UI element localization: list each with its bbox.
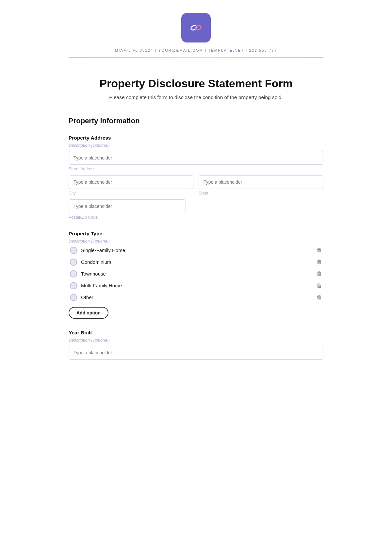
radio-option-single-family: Single-Family Home 🗑 xyxy=(69,247,323,254)
radio-option-other: Other: 🗑 xyxy=(69,294,323,301)
field-label-year-built: Year Built xyxy=(69,330,323,336)
field-desc-property-type: Description (Optional) xyxy=(69,239,323,244)
radio-option-condominium: Condominium 🗑 xyxy=(69,259,323,266)
state-input[interactable] xyxy=(199,175,323,189)
delete-townhouse-button[interactable]: 🗑 xyxy=(317,271,322,277)
field-desc-property-address: Description (Optional) xyxy=(69,143,323,148)
radio-label-other: Other: xyxy=(81,295,95,300)
radio-option-multi-family: Multi-Family Home 🗑 xyxy=(69,282,323,289)
form-subtitle: Please complete this form to disclose th… xyxy=(69,94,323,100)
page-header: MIAMI, FL 33124 | YOUR@EMAIL.COM | TEMPL… xyxy=(69,13,323,74)
delete-condominium-button[interactable]: 🗑 xyxy=(317,259,322,265)
radio-circle-multi-family[interactable] xyxy=(70,282,77,289)
radio-label-multi-family: Multi-Family Home xyxy=(81,283,122,288)
city-input[interactable] xyxy=(69,175,193,189)
state-label: State xyxy=(199,191,323,195)
field-label-property-type: Property Type xyxy=(69,231,323,237)
field-group-property-address: Property Address Description (Optional) … xyxy=(69,135,323,220)
header-divider xyxy=(69,57,323,58)
delete-single-family-button[interactable]: 🗑 xyxy=(317,247,322,254)
section-title-property-info: Property Information xyxy=(69,117,323,125)
radio-circle-other[interactable] xyxy=(70,294,77,301)
city-state-row: City State xyxy=(69,175,323,199)
add-option-button[interactable]: Add option xyxy=(69,307,108,319)
contact-bar: MIAMI, FL 33124 | YOUR@EMAIL.COM | TEMPL… xyxy=(115,48,277,52)
field-desc-year-built: Description (Optional) xyxy=(69,338,323,343)
radio-circle-single-family[interactable] xyxy=(70,247,77,254)
logo-icon xyxy=(187,19,205,37)
city-label: City xyxy=(69,191,193,195)
form-title: Property Disclosure Statement Form xyxy=(69,77,323,90)
radio-circle-townhouse[interactable] xyxy=(70,270,77,278)
street-address-input[interactable] xyxy=(69,151,323,165)
delete-other-button[interactable]: 🗑 xyxy=(317,294,322,301)
field-group-property-type: Property Type Description (Optional) Sin… xyxy=(69,231,323,319)
postal-input[interactable] xyxy=(69,199,186,213)
logo-box xyxy=(181,13,211,42)
field-group-year-built: Year Built Description (Optional) xyxy=(69,330,323,362)
street-address-label: Street Address xyxy=(69,167,323,171)
radio-label-single-family: Single-Family Home xyxy=(81,247,125,253)
radio-circle-condominium[interactable] xyxy=(70,259,77,266)
field-label-property-address: Property Address xyxy=(69,135,323,141)
delete-multi-family-button[interactable]: 🗑 xyxy=(317,282,322,289)
radio-option-townhouse: Townhouse 🗑 xyxy=(69,270,323,278)
radio-label-condominium: Condominium xyxy=(81,259,111,265)
year-built-input[interactable] xyxy=(69,346,323,360)
radio-label-townhouse: Townhouse xyxy=(81,271,106,277)
postal-label: Postal/Zip Code xyxy=(69,215,186,220)
